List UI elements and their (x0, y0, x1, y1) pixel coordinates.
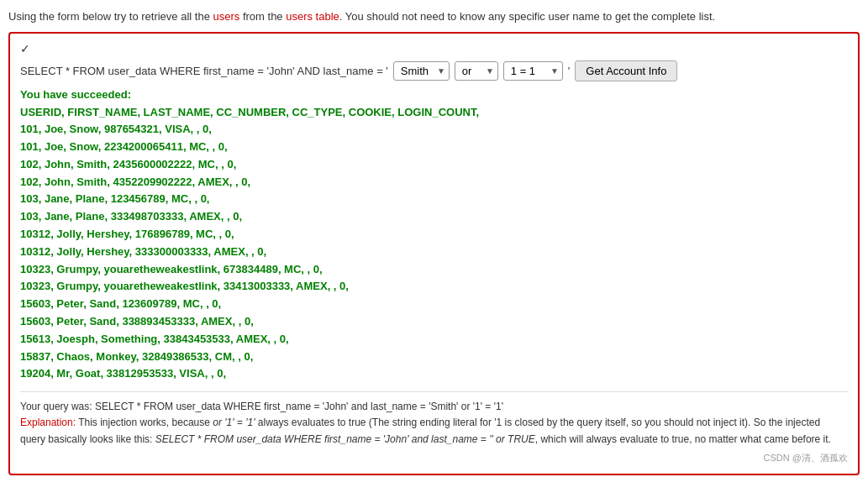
explanation-paragraph: Explanation: This injection works, becau… (20, 415, 848, 447)
result-row: 10312, Jolly, Hershey, 333300003333, AME… (20, 244, 848, 261)
main-box: ✓ SELECT * FROM user_data WHERE first_na… (8, 32, 860, 476)
operator-dropdown[interactable]: or and (455, 61, 498, 81)
csdn-credit: CSDN @清、酒孤欢 (20, 451, 848, 466)
result-row: 101, Joe, Snow, 987654321, VISA, , 0, (20, 121, 848, 139)
result-row: 15613, Joesph, Something, 33843453533, A… (20, 331, 848, 349)
condition-dropdown-wrapper[interactable]: 1 = 1 TRUE FALSE ▼ (503, 61, 563, 81)
checkmark: ✓ (20, 42, 848, 55)
footer-box: Your query was: SELECT * FROM user_data … (20, 391, 848, 465)
result-row: 102, John, Smith, 2435600002222, MC, , 0… (20, 156, 848, 174)
query-line: Your query was: SELECT * FROM user_data … (20, 399, 848, 415)
intro-text: Using the form below try to retrieve all… (8, 8, 860, 25)
get-account-button[interactable]: Get Account Info (575, 60, 677, 81)
result-row: 15837, Chaos, Monkey, 32849386533, CM, ,… (20, 349, 848, 366)
result-row: 103, Jane, Plane, 123456789, MC, , 0, (20, 191, 848, 208)
explanation-label: Explanation: (20, 417, 76, 428)
result-row: 103, Jane, Plane, 333498703333, AMEX, , … (20, 208, 848, 226)
query-prefix: SELECT * FROM user_data WHERE first_name… (20, 65, 388, 77)
result-row: 101, Joe, Snow, 2234200065411, MC, , 0, (20, 139, 848, 156)
name-dropdown-wrapper[interactable]: Smith Jones Brown ▼ (393, 61, 450, 81)
condition-dropdown[interactable]: 1 = 1 TRUE FALSE (503, 61, 563, 81)
result-row: 10312, Jolly, Hershey, 176896789, MC, , … (20, 226, 848, 244)
explanation-end: , which will always evaluate to true, no… (535, 433, 831, 445)
italic-query: SELECT * FROM user_data WHERE first_name… (155, 433, 535, 445)
result-row: 10323, Grumpy, youaretheweakestlink, 673… (20, 261, 848, 279)
explanation-text: This injection works, because (76, 417, 213, 428)
result-row: 15603, Peter, Sand, 338893453333, AMEX, … (20, 313, 848, 331)
result-data: USERID, FIRST_NAME, LAST_NAME, CC_NUMBER… (20, 104, 848, 384)
result-row: 19204, Mr, Goat, 33812953533, VISA, , 0, (20, 365, 848, 383)
result-row: 10323, Grumpy, youaretheweakestlink, 334… (20, 278, 848, 296)
query-suffix: ' (568, 65, 570, 77)
operator-dropdown-wrapper[interactable]: or and ▼ (455, 61, 498, 81)
query-row: SELECT * FROM user_data WHERE first_name… (20, 60, 848, 81)
or-part: or '1' = '1' (213, 417, 255, 428)
result-rows: 101, Joe, Snow, 987654321, VISA, , 0,101… (20, 121, 848, 383)
result-row: 15603, Peter, Sand, 123609789, MC, , 0, (20, 296, 848, 313)
result-header: USERID, FIRST_NAME, LAST_NAME, CC_NUMBER… (20, 104, 848, 122)
success-label: You have succeeded: (20, 88, 848, 101)
result-row: 102, John, Smith, 4352209902222, AMEX, ,… (20, 174, 848, 191)
name-dropdown[interactable]: Smith Jones Brown (393, 61, 450, 81)
